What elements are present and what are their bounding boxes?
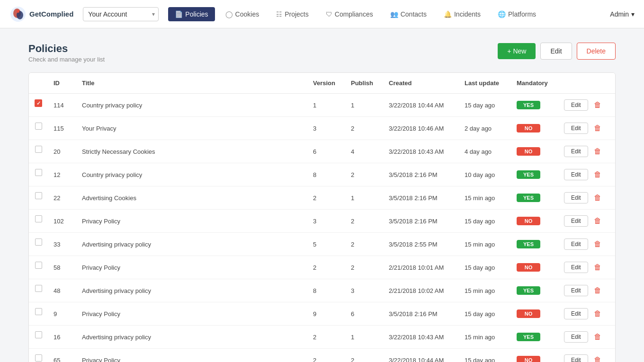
row-edit-button[interactable]: Edit [564, 354, 588, 362]
row-id: 16 [48, 326, 76, 349]
nav-cookies[interactable]: ◯ Cookies [219, 7, 266, 21]
row-delete-button[interactable]: 🗑 [591, 123, 604, 133]
checkbox-unchecked[interactable] [35, 169, 42, 176]
row-mandatory: YES [511, 279, 558, 302]
row-last-update: 15 min ago [459, 233, 511, 256]
checkbox-unchecked[interactable] [35, 331, 42, 338]
row-edit-button[interactable]: Edit [564, 331, 588, 343]
account-select-input[interactable]: Your Account [83, 7, 159, 21]
nav-projects[interactable]: ☷ Projects [269, 7, 315, 21]
row-actions: Edit🗑 [564, 262, 609, 273]
table-row: 9Privacy Policy963/5/2018 2:16 PM15 day … [29, 302, 615, 326]
row-actions: Edit🗑 [564, 123, 609, 134]
row-delete-button[interactable]: 🗑 [591, 100, 604, 110]
row-delete-button[interactable]: 🗑 [591, 216, 604, 226]
table-row: 20Strictly Necessary Cookies643/22/2018 … [29, 140, 615, 163]
page-title-block: Policies Check and manage your list [28, 43, 105, 63]
edit-button[interactable]: Edit [540, 43, 572, 60]
row-version: 2 [307, 326, 345, 349]
checkbox-checked-icon[interactable] [35, 99, 42, 107]
header-actions: + New Edit Delete [498, 43, 616, 60]
checkbox-unchecked[interactable] [35, 192, 42, 199]
row-version: 3 [307, 210, 345, 233]
row-publish: 2 [345, 256, 383, 279]
row-actions-cell: Edit🗑 [558, 279, 615, 302]
nav-compliances[interactable]: 🛡 Compliances [319, 7, 380, 21]
row-edit-button[interactable]: Edit [564, 123, 588, 134]
row-id: 58 [48, 256, 76, 279]
row-publish: 2 [345, 163, 383, 186]
nav-policies[interactable]: 📄 Policies [168, 7, 215, 21]
account-selector[interactable]: Your Account ▾ [83, 7, 159, 21]
row-mandatory: NO [511, 117, 558, 140]
row-version: 8 [307, 163, 345, 186]
checkbox-unchecked[interactable] [35, 215, 42, 222]
row-id: 22 [48, 186, 76, 210]
mandatory-badge: YES [517, 286, 540, 295]
row-edit-button[interactable]: Edit [564, 99, 588, 111]
row-delete-button[interactable]: 🗑 [591, 193, 604, 203]
new-button[interactable]: + New [498, 43, 536, 59]
row-edit-button[interactable]: Edit [564, 192, 588, 203]
row-mandatory: NO [511, 349, 558, 362]
row-checkbox-cell [29, 233, 48, 251]
row-version: 8 [307, 279, 345, 302]
col-created: Created [383, 73, 459, 94]
admin-menu[interactable]: Admin ▾ [610, 10, 635, 18]
row-delete-button[interactable]: 🗑 [591, 146, 604, 157]
row-actions-cell: Edit🗑 [558, 94, 615, 117]
row-edit-button[interactable]: Edit [564, 262, 588, 273]
row-checkbox-cell [29, 140, 48, 159]
row-publish: 2 [345, 117, 383, 140]
nav-incidents[interactable]: 🔔 Incidents [437, 7, 487, 21]
row-delete-button[interactable]: 🗑 [591, 262, 604, 273]
mandatory-badge: NO [517, 124, 540, 132]
checkbox-unchecked[interactable] [35, 285, 42, 292]
row-mandatory: YES [511, 326, 558, 349]
row-edit-button[interactable]: Edit [564, 285, 588, 296]
checkbox-unchecked[interactable] [35, 146, 42, 153]
checkbox-unchecked[interactable] [35, 354, 42, 362]
row-edit-button[interactable]: Edit [564, 308, 588, 319]
row-checkbox-cell [29, 163, 48, 182]
row-delete-button[interactable]: 🗑 [591, 285, 604, 296]
row-checkbox-cell [29, 210, 48, 228]
row-delete-button[interactable]: 🗑 [591, 239, 604, 249]
checkbox-unchecked[interactable] [35, 238, 42, 246]
mandatory-badge: YES [517, 240, 540, 248]
row-last-update: 15 day ago [459, 302, 511, 326]
nav-contacts[interactable]: 👥 Contacts [384, 7, 433, 21]
row-edit-button[interactable]: Edit [564, 215, 588, 227]
row-edit-button[interactable]: Edit [564, 146, 588, 157]
row-publish: 2 [345, 210, 383, 233]
row-publish: 3 [345, 279, 383, 302]
row-checkbox-cell [29, 186, 48, 205]
brand: GetComplied [9, 6, 73, 23]
row-title: Country privacy policy [76, 163, 307, 186]
main-content: Policies Check and manage your list + Ne… [0, 28, 644, 362]
delete-button[interactable]: Delete [577, 43, 616, 60]
checkbox-unchecked[interactable] [35, 262, 42, 269]
row-delete-button[interactable]: 🗑 [591, 332, 604, 342]
row-delete-button[interactable]: 🗑 [591, 309, 604, 319]
row-created: 2/21/2018 10:02 AM [383, 279, 459, 302]
checkbox-unchecked[interactable] [35, 308, 42, 315]
row-last-update: 15 day ago [459, 349, 511, 362]
row-edit-button[interactable]: Edit [564, 238, 588, 250]
row-delete-button[interactable]: 🗑 [591, 355, 604, 362]
row-edit-button[interactable]: Edit [564, 169, 588, 180]
mandatory-badge: NO [517, 263, 540, 272]
nav-platforms[interactable]: 🌐 Platforms [491, 7, 543, 21]
row-publish: 1 [345, 186, 383, 210]
shield-icon: 🛡 [326, 10, 332, 18]
navbar: GetComplied Your Account ▾ 📄 Policies ◯ … [0, 0, 644, 28]
mandatory-badge: YES [517, 170, 540, 179]
row-actions-cell: Edit🗑 [558, 302, 615, 326]
row-id: 65 [48, 349, 76, 362]
checkbox-unchecked[interactable] [35, 123, 42, 130]
cookie-icon: ◯ [225, 10, 233, 18]
col-version: Version [307, 73, 345, 94]
table-body: 114Country privacy policy113/22/2018 10:… [29, 94, 615, 362]
row-mandatory: NO [511, 210, 558, 233]
row-delete-button[interactable]: 🗑 [591, 169, 604, 180]
